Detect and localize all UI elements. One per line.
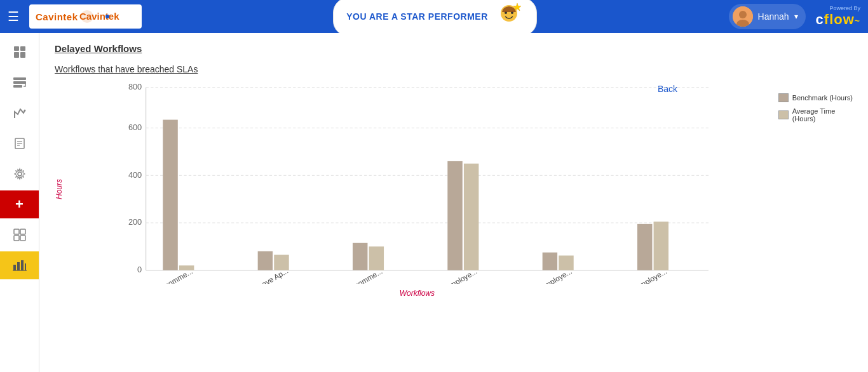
cflow-logo: Powered By cflow~ (816, 5, 860, 28)
powered-by-text: Powered By (829, 5, 860, 11)
legend: Benchmark (Hours) Average Time(Hours) (778, 93, 853, 123)
svg-rect-10 (14, 46, 19, 51)
sidebar-item-reports[interactable] (0, 130, 39, 157)
menu-icon[interactable]: ☰ (8, 9, 19, 24)
svg-text:0: 0 (137, 265, 142, 274)
svg-rect-14 (13, 77, 26, 80)
page-title: Delayed Workflows (55, 43, 853, 54)
svg-point-8 (739, 11, 747, 18)
app-body: + Delayed Workflows Workflows that have … (0, 33, 868, 372)
legend-item-average: Average Time(Hours) (778, 107, 853, 123)
svg-rect-13 (20, 52, 25, 58)
logo-text: Cavintek (36, 11, 78, 22)
svg-rect-23 (14, 229, 19, 234)
logo: Cavintek Cavintek (29, 4, 142, 29)
svg-rect-49 (353, 243, 367, 270)
sidebar-item-grid[interactable] (0, 221, 39, 249)
svg-point-2 (105, 15, 109, 18)
svg-point-17 (24, 110, 25, 112)
svg-text:Cavintek: Cavintek (79, 11, 119, 22)
svg-rect-12 (14, 52, 19, 58)
svg-text:400: 400 (128, 170, 142, 180)
avatar (733, 6, 753, 27)
star-performer-text: YOU ARE A STAR PERFORMER (346, 11, 488, 22)
svg-rect-24 (20, 229, 25, 234)
legend-swatch-average (778, 110, 789, 119)
svg-rect-27 (13, 265, 16, 270)
svg-rect-53 (464, 164, 478, 270)
svg-text:200: 200 (128, 217, 142, 227)
svg-rect-55 (543, 253, 557, 270)
header-center: YOU ARE A STAR PERFORMER (149, 0, 721, 36)
header-right: Hannah ▾ Powered By cflow~ (729, 4, 860, 29)
legend-swatch-benchmark (778, 93, 789, 102)
svg-rect-16 (13, 85, 22, 88)
svg-rect-46 (258, 251, 273, 270)
chart-container: Hours 0 200 400 600 (55, 81, 853, 298)
add-icon: + (15, 196, 24, 213)
star-performer-badge: YOU ARE A STAR PERFORMER (333, 0, 537, 36)
page-subtitle: Workflows that have breached SLAs (55, 64, 853, 74)
svg-rect-50 (369, 246, 384, 270)
sidebar: + (0, 33, 39, 372)
svg-rect-11 (20, 46, 25, 51)
logo-svg: Cavintek (78, 8, 135, 25)
svg-point-22 (18, 172, 22, 176)
svg-rect-28 (17, 262, 20, 270)
sidebar-item-dashboard[interactable] (0, 38, 39, 66)
chart-inner: 0 200 400 600 800 Ecomme... Leave Ap... (66, 81, 768, 298)
legend-item-benchmark: Benchmark (Hours) (778, 93, 853, 102)
chevron-down-icon: ▾ (794, 12, 798, 21)
svg-text:800: 800 (128, 82, 142, 91)
svg-rect-25 (14, 236, 19, 241)
star-icon (494, 2, 524, 32)
svg-rect-30 (25, 263, 26, 270)
sidebar-item-add[interactable]: + (0, 190, 39, 218)
sidebar-item-analytics[interactable] (0, 99, 39, 127)
sidebar-item-chart[interactable] (0, 251, 39, 279)
app-header: ☰ Cavintek Cavintek YOU ARE A STAR PERFO… (0, 0, 868, 33)
x-axis-label: Workflows (66, 289, 768, 298)
user-profile[interactable]: Hannah ▾ (729, 4, 806, 29)
svg-text:600: 600 (128, 123, 142, 132)
svg-rect-26 (20, 236, 25, 241)
sidebar-item-settings[interactable] (0, 160, 39, 188)
chart-svg: 0 200 400 600 800 Ecomme... Leave Ap... (66, 81, 768, 284)
svg-rect-52 (447, 161, 462, 270)
svg-rect-43 (163, 120, 177, 270)
legend-label-benchmark: Benchmark (Hours) (792, 94, 853, 102)
svg-rect-59 (654, 222, 668, 270)
y-axis-label: Hours (55, 179, 64, 199)
svg-rect-58 (637, 224, 652, 270)
sidebar-item-workflows[interactable] (0, 69, 39, 96)
user-name: Hannah (758, 11, 789, 22)
cflow-text: cflow~ (816, 11, 860, 28)
svg-rect-29 (21, 260, 24, 270)
legend-label-average: Average Time(Hours) (792, 107, 836, 123)
main-content: Delayed Workflows Workflows that have br… (39, 33, 868, 372)
